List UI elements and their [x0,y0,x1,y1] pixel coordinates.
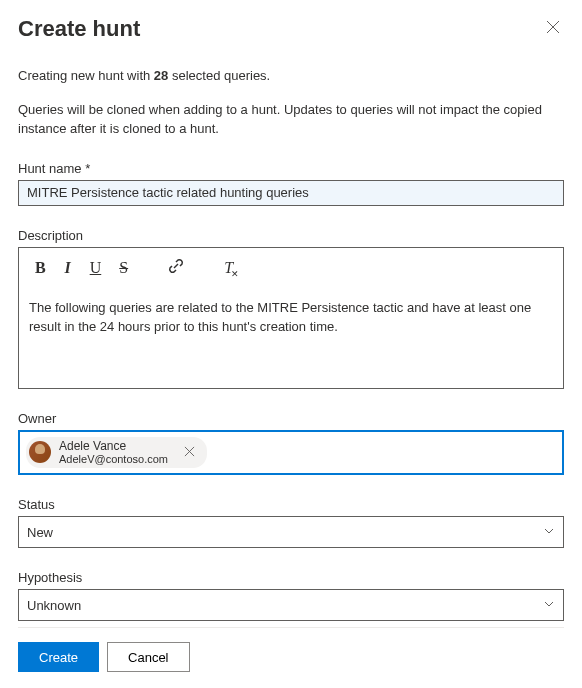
hunt-name-label-text: Hunt name [18,161,82,176]
required-mark: * [85,161,90,176]
clone-note: Queries will be cloned when adding to a … [18,100,564,139]
hypothesis-select[interactable]: Unknown [18,589,564,621]
intro-prefix: Creating new hunt with [18,68,154,83]
hunt-name-input[interactable] [18,180,564,206]
chevron-down-icon [543,525,555,540]
strikethrough-icon: S [119,259,128,277]
avatar [29,441,51,463]
owner-chip: Adele Vance AdeleV@contoso.com [26,437,207,469]
remove-icon [184,445,195,460]
owner-picker[interactable]: Adele Vance AdeleV@contoso.com [18,430,564,476]
editor-toolbar: B I U S [19,248,563,288]
italic-button[interactable]: I [56,255,80,281]
status-select[interactable]: New [18,516,564,548]
owner-email: AdeleV@contoso.com [59,453,168,466]
italic-icon: I [65,259,71,277]
close-icon [546,21,560,37]
remove-owner-button[interactable] [180,443,199,462]
underline-icon: U [90,259,102,277]
link-button[interactable] [160,254,192,282]
close-button[interactable] [542,16,564,41]
cancel-button[interactable]: Cancel [107,642,189,672]
clear-format-button[interactable]: T✕ [216,255,241,281]
description-label: Description [18,228,564,243]
status-value: New [27,525,53,540]
chevron-down-icon [543,598,555,613]
owner-name: Adele Vance [59,439,168,453]
clear-format-icon: T✕ [224,259,233,277]
description-editor[interactable]: The following queries are related to the… [19,288,563,388]
link-icon [168,258,184,278]
description-editor-container: B I U S [18,247,564,389]
owner-info: Adele Vance AdeleV@contoso.com [59,439,168,467]
hypothesis-value: Unknown [27,598,81,613]
hypothesis-label: Hypothesis [18,570,564,585]
create-button[interactable]: Create [18,642,99,672]
underline-button[interactable]: U [82,255,110,281]
status-label: Status [18,497,564,512]
hunt-name-label: Hunt name * [18,161,564,176]
bold-button[interactable]: B [27,255,54,281]
page-title: Create hunt [18,16,140,42]
bold-icon: B [35,259,46,277]
query-count: 28 [154,68,168,83]
intro-suffix: selected queries. [168,68,270,83]
strikethrough-button[interactable]: S [111,255,136,281]
owner-label: Owner [18,411,564,426]
intro-text: Creating new hunt with 28 selected queri… [18,66,564,86]
footer: Create Cancel [18,627,564,672]
